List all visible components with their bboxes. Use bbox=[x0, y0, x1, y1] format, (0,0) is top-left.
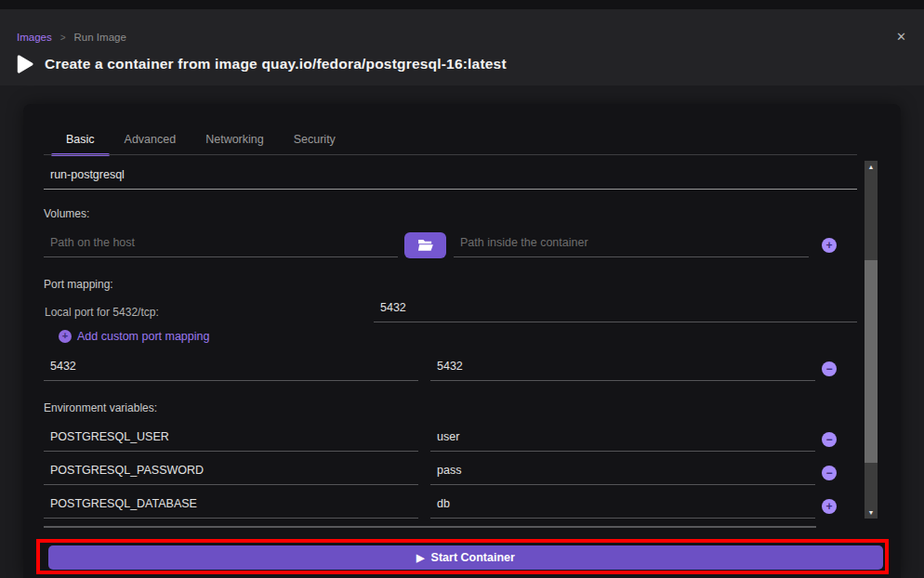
minus-icon: − bbox=[825, 467, 832, 479]
tab-advanced[interactable]: Advanced bbox=[110, 125, 191, 153]
browse-folder-button[interactable] bbox=[404, 232, 446, 258]
play-icon bbox=[13, 53, 34, 75]
breadcrumb-separator-icon: > bbox=[60, 33, 66, 43]
scrollbar[interactable]: ▲ ▼ bbox=[865, 161, 878, 519]
remove-env-variable-button[interactable]: − bbox=[822, 466, 837, 480]
custom-port-container-input[interactable] bbox=[430, 357, 815, 381]
env-name-input[interactable] bbox=[44, 494, 418, 519]
volume-host-path-input[interactable] bbox=[44, 233, 398, 257]
form-footer-divider bbox=[44, 526, 816, 528]
play-icon: ▶ bbox=[416, 552, 424, 564]
tab-networking[interactable]: Networking bbox=[191, 125, 279, 153]
container-name-input[interactable] bbox=[44, 165, 857, 190]
volume-container-path-input[interactable] bbox=[454, 233, 809, 257]
env-value-input[interactable] bbox=[430, 427, 815, 452]
add-custom-port-mapping-label: Add custom port mapping bbox=[77, 330, 209, 343]
minus-icon: − bbox=[825, 434, 832, 445]
scroll-down-icon[interactable]: ▼ bbox=[865, 506, 878, 519]
breadcrumb: Images > Run Image bbox=[17, 32, 126, 43]
plus-circle-icon: + bbox=[59, 330, 72, 343]
page-title: Create a container from image quay.io/fe… bbox=[45, 56, 507, 72]
custom-port-host-input[interactable] bbox=[44, 357, 418, 381]
add-custom-port-mapping-link[interactable]: + Add custom port mapping bbox=[59, 330, 209, 343]
start-container-label: Start Container bbox=[431, 551, 515, 564]
environment-variables-label: Environment variables: bbox=[44, 401, 157, 414]
env-name-input[interactable] bbox=[44, 427, 418, 452]
tab-basic[interactable]: Basic bbox=[51, 125, 110, 153]
breadcrumb-images-link[interactable]: Images bbox=[17, 32, 52, 43]
scroll-up-icon[interactable]: ▲ bbox=[865, 161, 878, 173]
tab-security[interactable]: Security bbox=[279, 125, 350, 153]
env-value-input[interactable] bbox=[430, 461, 815, 485]
dialog-header: Images > Run Image ✕ Create a container … bbox=[0, 9, 924, 85]
tab-bar: Basic Advanced Networking Security bbox=[51, 125, 350, 153]
env-value-input[interactable] bbox=[430, 494, 815, 519]
annotation-highlight-box: ▶ Start Container bbox=[36, 539, 889, 574]
start-container-button[interactable]: ▶ Start Container bbox=[48, 545, 883, 570]
port-mapping-label: Port mapping: bbox=[44, 278, 113, 291]
add-volume-button[interactable]: + bbox=[822, 238, 837, 253]
minus-icon: − bbox=[825, 363, 832, 374]
plus-icon: + bbox=[825, 501, 832, 512]
breadcrumb-current: Run Image bbox=[74, 32, 126, 43]
close-icon[interactable]: ✕ bbox=[896, 30, 906, 44]
window-top-strip bbox=[0, 0, 924, 9]
remove-env-variable-button[interactable]: − bbox=[822, 432, 837, 447]
scrollbar-thumb[interactable] bbox=[865, 260, 878, 463]
remove-port-mapping-button[interactable]: − bbox=[822, 361, 837, 376]
run-image-form-panel: Basic Advanced Networking Security Volum… bbox=[23, 104, 901, 578]
volumes-label: Volumes: bbox=[44, 207, 89, 220]
tab-bar-divider bbox=[44, 154, 857, 155]
env-name-input[interactable] bbox=[44, 461, 418, 485]
open-folder-icon bbox=[417, 239, 434, 252]
plus-icon: + bbox=[825, 240, 832, 251]
local-port-label: Local port for 5432/tcp: bbox=[45, 306, 159, 319]
local-port-input[interactable] bbox=[374, 298, 857, 322]
add-env-variable-button[interactable]: + bbox=[822, 499, 837, 514]
